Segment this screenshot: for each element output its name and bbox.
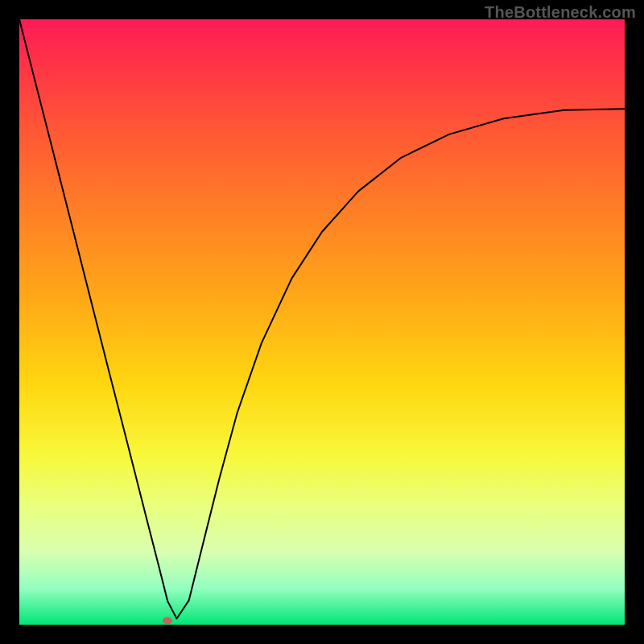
curve-path [19,19,625,619]
chart-frame: TheBottleneck.com [0,0,644,644]
plot-area [19,19,625,625]
bottleneck-curve [19,19,625,625]
watermark-text: TheBottleneck.com [485,3,636,22]
minimum-marker [163,617,172,624]
